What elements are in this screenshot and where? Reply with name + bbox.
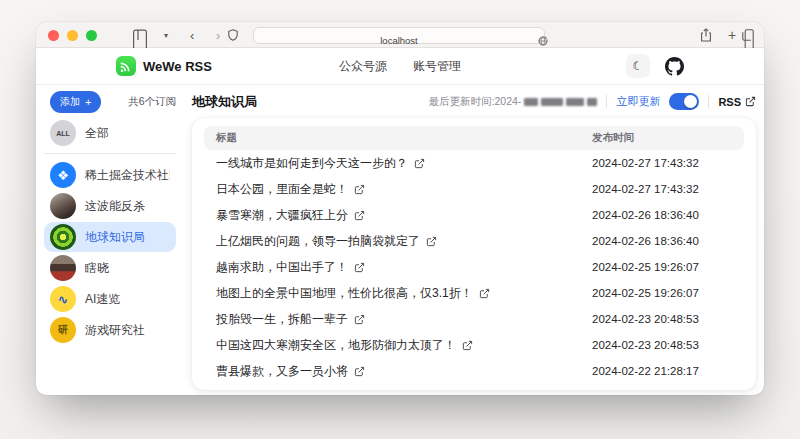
sidebar-divider bbox=[44, 153, 176, 154]
avatar bbox=[50, 255, 76, 281]
external-link-icon bbox=[414, 158, 425, 169]
rss-link[interactable]: RSS bbox=[718, 96, 756, 108]
article-title: 地图上的全景中国地理，性价比很高，仅3.1折！ bbox=[216, 285, 473, 302]
table-row: 日本公园，里面全是蛇！ 2024-02-27 17:43:32 bbox=[204, 176, 744, 202]
article-time: 2024-02-25 19:26:07 bbox=[592, 261, 732, 273]
article-link[interactable]: 一线城市是如何走到今天这一步的？ bbox=[216, 155, 592, 172]
close-window-button[interactable] bbox=[48, 30, 59, 41]
table-header: 标题 发布时间 bbox=[204, 126, 744, 150]
subscription-count: 共6个订阅 bbox=[128, 95, 176, 109]
article-link[interactable]: 曹县爆款，又多一员小将 bbox=[216, 363, 592, 380]
article-title: 中国这四大寒潮安全区，地形防御力太顶了！ bbox=[216, 337, 456, 354]
external-link-icon bbox=[354, 314, 365, 325]
address-bar[interactable]: localhost bbox=[253, 27, 545, 44]
sidebar-item-juejin[interactable]: ❖ 稀土掘金技术社区 bbox=[44, 160, 176, 190]
main-panel: 地球知识局 最后更新时间:2024- 立即更新 RSS bbox=[186, 85, 764, 395]
article-link[interactable]: 越南求助，中国出手了！ bbox=[216, 259, 592, 276]
external-link-icon bbox=[745, 96, 756, 107]
article-title: 暴雪寒潮，大疆疯狂上分 bbox=[216, 207, 348, 224]
article-title: 曹县爆款，又多一员小将 bbox=[216, 363, 348, 380]
github-icon[interactable] bbox=[665, 57, 684, 76]
add-feed-button[interactable]: 添加+ bbox=[50, 91, 101, 113]
article-link[interactable]: 暴雪寒潮，大疆疯狂上分 bbox=[216, 207, 592, 224]
zoom-window-button[interactable] bbox=[86, 30, 97, 41]
external-link-icon bbox=[354, 210, 365, 221]
table-row: 越南求助，中国出手了！ 2024-02-25 19:26:07 bbox=[204, 254, 744, 280]
article-link[interactable]: 上亿烟民的问题，领导一拍脑袋就定了 bbox=[216, 233, 592, 250]
sidebar-item-label: 瞎晓 bbox=[85, 260, 109, 277]
feed-title: 地球知识局 bbox=[192, 93, 257, 111]
sidebar-item-label: 地球知识局 bbox=[85, 229, 145, 246]
article-time: 2024-02-26 18:36:40 bbox=[592, 235, 732, 247]
back-button[interactable]: ‹ bbox=[190, 22, 194, 48]
articles-table-card: 标题 发布时间 一线城市是如何走到今天这一步的？ 2024-02-27 17:4… bbox=[192, 118, 756, 390]
sidebar-list: ❖ 稀土掘金技术社区 这波能反杀 地球知识局 瞎晓 ∿ AI速览 研 游戏研究社 bbox=[44, 160, 176, 345]
sidebar-item-xiaxiao[interactable]: 瞎晓 bbox=[44, 253, 176, 283]
table-row: 中国这四大寒潮安全区，地形防御力太顶了！ 2024-02-23 20:48:53 bbox=[204, 332, 744, 358]
sidebar-item-zhebo[interactable]: 这波能反杀 bbox=[44, 191, 176, 221]
column-header-title: 标题 bbox=[216, 131, 592, 145]
external-link-icon bbox=[354, 262, 365, 273]
divider bbox=[708, 95, 709, 108]
wewe-rss-logo-icon bbox=[116, 56, 136, 76]
dark-mode-toggle-button[interactable]: ☾ bbox=[626, 54, 650, 78]
new-tab-icon[interactable]: + bbox=[728, 22, 736, 48]
sidebar-item-label: 游戏研究社 bbox=[85, 322, 145, 339]
app-header: WeWe RSS 公众号源 账号管理 ☾ bbox=[36, 48, 764, 85]
nav-item-accounts[interactable]: 账号管理 bbox=[413, 58, 461, 75]
avatar: ALL bbox=[50, 120, 76, 146]
table-row: 投胎毁一生，拆船一辈子 2024-02-23 20:48:53 bbox=[204, 306, 744, 332]
sidebar: 添加+ 共6个订阅 ALL 全部 ❖ 稀土掘金技术社区 这波能反杀 地球知识局 … bbox=[36, 85, 186, 395]
avatar: ∿ bbox=[50, 286, 76, 312]
traffic-lights bbox=[48, 22, 97, 48]
avatar bbox=[50, 193, 76, 219]
sidebar-item-all[interactable]: ALL 全部 bbox=[44, 118, 176, 148]
brand: WeWe RSS bbox=[116, 56, 212, 76]
article-title: 上亿烟民的问题，领导一拍脑袋就定了 bbox=[216, 233, 420, 250]
article-title: 日本公园，里面全是蛇！ bbox=[216, 181, 348, 198]
sidebar-item-youyan[interactable]: 研 游戏研究社 bbox=[44, 315, 176, 345]
table-row: 上亿烟民的问题，领导一拍脑袋就定了 2024-02-26 18:36:40 bbox=[204, 228, 744, 254]
external-link-icon bbox=[479, 288, 490, 299]
article-time: 2024-02-27 17:43:32 bbox=[592, 157, 732, 169]
table-row: 曹县爆款，又多一员小将 2024-02-22 21:28:17 bbox=[204, 358, 744, 384]
sidebar-item-label: 稀土掘金技术社区 bbox=[85, 167, 170, 184]
article-link[interactable]: 投胎毁一生，拆船一辈子 bbox=[216, 311, 592, 328]
external-link-icon bbox=[462, 340, 473, 351]
forward-button[interactable]: › bbox=[216, 22, 220, 48]
sidebar-item-ai-sulan[interactable]: ∿ AI速览 bbox=[44, 284, 176, 314]
sidebar-item-label: 这波能反杀 bbox=[85, 198, 145, 215]
article-time: 2024-02-27 17:43:32 bbox=[592, 183, 732, 195]
avatar bbox=[50, 224, 76, 250]
article-title: 一线城市是如何走到今天这一步的？ bbox=[216, 155, 408, 172]
update-now-link[interactable]: 立即更新 bbox=[616, 94, 660, 109]
external-link-icon bbox=[354, 366, 365, 377]
table-row: 地图上的全景中国地理，性价比很高，仅3.1折！ 2024-02-25 19:26… bbox=[204, 280, 744, 306]
article-time: 2024-02-26 18:36:40 bbox=[592, 209, 732, 221]
table-row: 一线城市是如何走到今天这一步的？ 2024-02-27 17:43:32 bbox=[204, 150, 744, 176]
minimize-window-button[interactable] bbox=[67, 30, 78, 41]
article-time: 2024-02-23 20:48:53 bbox=[592, 313, 732, 325]
nav-item-feeds[interactable]: 公众号源 bbox=[339, 58, 387, 75]
moon-icon: ☾ bbox=[633, 59, 644, 73]
chevron-down-icon[interactable]: ▾ bbox=[164, 22, 168, 48]
column-header-time: 发布时间 bbox=[592, 131, 732, 145]
external-link-icon bbox=[426, 236, 437, 247]
article-link[interactable]: 日本公园，里面全是蛇！ bbox=[216, 181, 592, 198]
article-link[interactable]: 中国这四大寒潮安全区，地形防御力太顶了！ bbox=[216, 337, 592, 354]
article-title: 越南求助，中国出手了！ bbox=[216, 259, 348, 276]
article-time: 2024-02-25 19:26:07 bbox=[592, 287, 732, 299]
main-nav: 公众号源 账号管理 bbox=[339, 58, 461, 75]
browser-chrome: ▾ ‹ › localhost + bbox=[36, 22, 764, 48]
sidebar-item-diqiu[interactable]: 地球知识局 bbox=[44, 222, 176, 252]
plus-icon: + bbox=[85, 96, 91, 108]
table-row: 暴雪寒潮，大疆疯狂上分 2024-02-26 18:36:40 bbox=[204, 202, 744, 228]
redacted-timestamp bbox=[524, 98, 597, 106]
sidebar-item-label: AI速览 bbox=[85, 291, 120, 308]
app-title: WeWe RSS bbox=[143, 59, 212, 74]
external-link-icon bbox=[354, 184, 365, 195]
avatar: ❖ bbox=[50, 162, 76, 188]
article-link[interactable]: 地图上的全景中国地理，性价比很高，仅3.1折！ bbox=[216, 285, 592, 302]
avatar: 研 bbox=[50, 317, 76, 343]
feed-enabled-toggle[interactable] bbox=[669, 93, 699, 110]
